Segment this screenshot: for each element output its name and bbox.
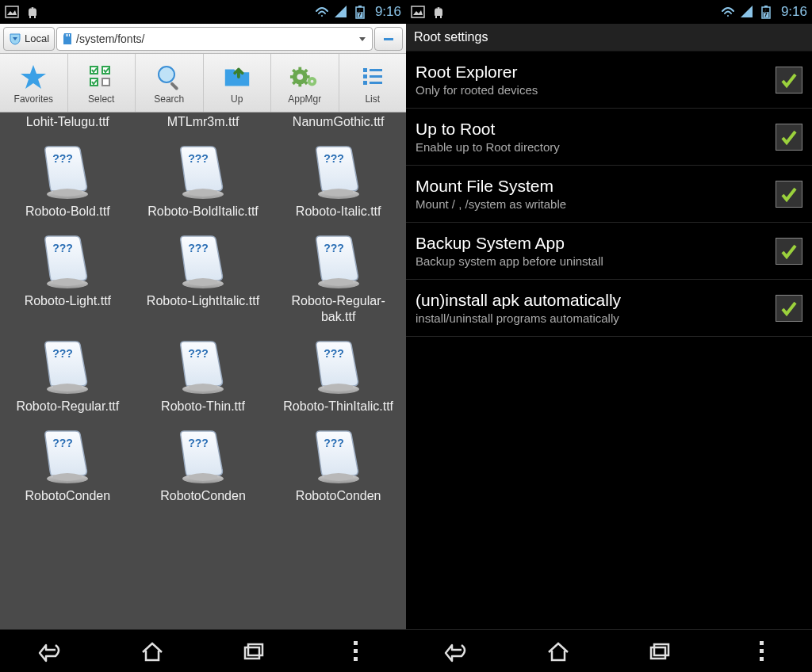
checkbox[interactable] [776,295,802,322]
toolbar-appmgr[interactable]: AppMgr [271,54,339,112]
file-item[interactable]: Roboto-BoldItalic.ttf [136,137,271,227]
nav-back[interactable] [27,636,75,667]
toolbar-favorites[interactable]: Favorites [0,54,68,112]
back-icon [38,640,63,662]
checkbox[interactable] [776,67,802,94]
android-icon [25,5,40,19]
file-name: Roboto-LightItalic.ttf [139,293,268,308]
file-item[interactable]: RobotoConden [270,422,406,511]
setting-item[interactable]: Up to RootEnable up to Root directory [406,109,812,166]
phone-left: 9:16 Local /system/fonts/ Favorites [0,0,406,672]
check-icon [779,185,799,204]
setting-item[interactable]: (un)install apk automaticallyinstall/uni… [406,280,812,337]
nav-menu[interactable] [331,636,379,667]
svg-rect-42 [435,10,442,16]
gear-icon [289,63,320,91]
svg-rect-41 [412,6,424,17]
setting-sub: Enable up to Root directory [416,140,776,154]
file-item[interactable]: Lohit-Telugu.ttf [0,113,136,137]
star-icon [19,63,48,91]
checkbox[interactable] [776,124,802,151]
file-name: RobotoConden [139,488,268,503]
file-item[interactable]: RobotoConden [0,422,136,511]
svg-rect-43 [435,16,437,18]
svg-rect-44 [440,16,442,18]
nav-recent[interactable] [636,636,684,667]
toolbar-list[interactable]: List [339,54,407,112]
svg-rect-20 [170,82,178,90]
file-item[interactable]: Roboto-Thin.ttf [136,332,271,422]
svg-rect-34 [370,69,382,71]
toolbar-label: Up [231,94,243,105]
file-item[interactable]: Roboto-Regular.ttf [0,332,136,422]
signal-icon [740,5,754,19]
setting-item[interactable]: Mount File SystemMount / , /system as wr… [406,166,812,223]
svg-point-45 [436,7,438,9]
nav-home[interactable] [534,636,582,667]
file-icon [311,235,366,290]
svg-rect-14 [384,38,393,40]
folder-up-icon [222,63,252,91]
file-item[interactable]: Roboto-Regular-bak.ttf [270,227,406,331]
setting-sub: Mount / , /system as writable [416,197,776,211]
settings-header: Root settings [406,24,812,52]
nav-bar [0,629,406,672]
file-name: Roboto-Thin.ttf [139,399,268,414]
file-name: Lohit-Telugu.ttf [3,114,132,129]
file-item[interactable]: RobotoConden [136,422,271,511]
svg-rect-36 [370,75,382,78]
file-grid[interactable]: Lohit-Telugu.ttfMTLmr3m.ttfNanumGothic.t… [0,113,406,629]
file-icon [311,430,366,485]
location-dropdown[interactable]: Local [3,27,55,51]
checkbox[interactable] [776,181,802,208]
setting-item[interactable]: Backup System AppBackup system app befor… [406,223,812,280]
recent-icon [242,641,266,662]
file-name: RobotoConden [274,488,403,503]
toolbar-label: Favorites [14,94,53,105]
svg-rect-18 [102,78,109,86]
nav-back[interactable] [433,636,481,667]
path-field[interactable]: /system/fonts/ [56,27,373,51]
picture-icon [411,5,425,19]
setting-sub: install/uninstall programs automatically [416,311,776,325]
toolbar-select[interactable]: Select [68,54,136,112]
file-icon [40,340,95,395]
settings-list: Root ExplorerOnly for rooted devicesUp t… [406,52,812,629]
file-item[interactable]: NanumGothic.ttf [270,113,406,137]
nav-recent[interactable] [230,636,278,667]
setting-sub: Backup system app before uninstall [416,254,776,268]
svg-rect-5 [6,6,18,17]
file-name: Roboto-Bold.ttf [3,204,132,219]
file-item[interactable]: MTLmr3m.ttf [136,113,271,137]
svg-point-46 [439,7,441,9]
setting-text: Root ExplorerOnly for rooted devices [416,63,776,97]
file-icon [311,145,366,200]
android-icon [431,5,446,19]
file-item[interactable]: Roboto-Italic.ttf [270,137,406,227]
nav-home[interactable] [128,636,176,667]
toolbar-label: List [365,94,380,105]
setting-text: Mount File SystemMount / , /system as wr… [416,177,776,211]
svg-rect-38 [370,82,382,84]
setting-title: Mount File System [416,177,776,196]
home-icon [140,640,165,662]
setting-item[interactable]: Root ExplorerOnly for rooted devices [406,52,812,109]
file-item[interactable]: Roboto-ThinItalic.ttf [270,332,406,422]
minimize-button[interactable] [374,27,403,51]
file-name: Roboto-BoldItalic.ttf [139,204,268,219]
svg-point-22 [297,74,304,80]
svg-point-9 [30,7,32,9]
file-item[interactable]: Roboto-Light.ttf [0,227,136,331]
file-icon [40,430,95,485]
file-item[interactable]: Roboto-Bold.ttf [0,137,136,227]
toolbar-search[interactable]: Search [136,54,204,112]
svg-rect-24 [299,82,302,86]
nav-menu[interactable] [737,636,785,667]
checkbox[interactable] [776,238,802,265]
setting-title: Up to Root [416,120,776,139]
toolbar-up[interactable]: Up [204,54,272,112]
clock: 9:16 [781,4,807,20]
file-item[interactable]: Roboto-LightItalic.ttf [136,227,271,331]
recent-icon [648,641,672,662]
path-bar: Local /system/fonts/ [0,24,406,54]
